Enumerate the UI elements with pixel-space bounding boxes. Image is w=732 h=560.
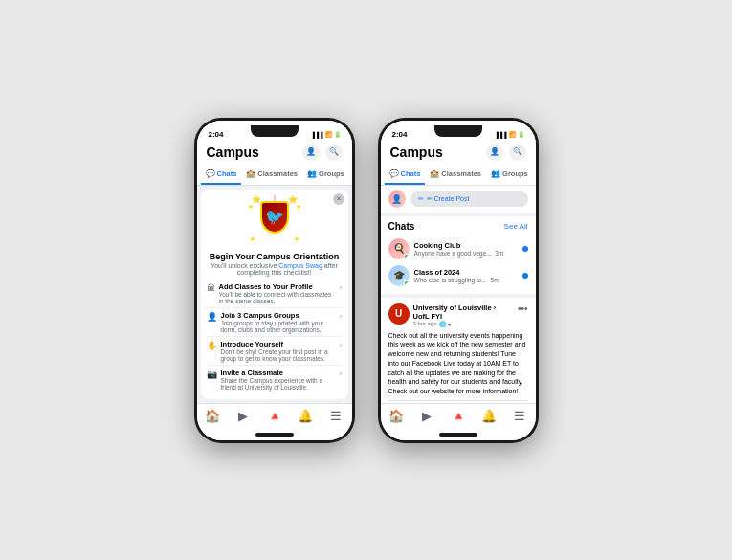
user-avatar: 👤 bbox=[388, 190, 406, 208]
post-header: U University of Louisville › UofL FYI 3 … bbox=[388, 303, 528, 327]
checklist-desc-2: Join groups to stay updated with your do… bbox=[221, 320, 336, 333]
chat-item-2[interactable]: 🎓 Class of 2024 Who else is struggling t… bbox=[388, 262, 528, 289]
star-icon: ★ bbox=[248, 203, 254, 211]
arrow-icon-2: › bbox=[340, 312, 343, 321]
arrow-icon-1: › bbox=[340, 283, 343, 292]
profile-icon[interactable]: 👤 bbox=[302, 144, 320, 161]
checklist-text-3: Introduce Yourself Don't be shy! Create … bbox=[221, 340, 336, 362]
campus-swag-link[interactable]: Campus Swag bbox=[278, 262, 322, 269]
checklist-text-4: Invite a Classmate Share the Campus expe… bbox=[221, 369, 336, 391]
introduce-icon: ✋ bbox=[207, 341, 217, 350]
nav-menu-1[interactable]: ☰ bbox=[321, 409, 351, 423]
post-author-avatar: U bbox=[388, 303, 410, 325]
subtitle-pre: You'll unlock exclusive bbox=[211, 262, 278, 269]
online-indicator-2 bbox=[404, 280, 410, 286]
page-title-1: Campus bbox=[207, 145, 259, 160]
arrow-icon-3: › bbox=[340, 341, 343, 349]
home-indicator-wrap-2 bbox=[381, 431, 536, 440]
nav-video-1[interactable]: ▶ bbox=[228, 409, 258, 423]
search-icon[interactable]: 🔍 bbox=[325, 144, 343, 161]
search-icon-2[interactable]: 🔍 bbox=[509, 144, 526, 161]
phone-2: 2:04 ▐▐▐ 📶 🔋 Campus 👤 🔍 💬 Chats 🏫 C bbox=[378, 118, 539, 443]
groups-tab-icon: 👥 bbox=[307, 169, 317, 178]
tab-classmates-1[interactable]: 🏫 Classmates bbox=[241, 165, 302, 185]
checklist-title-2: Join 3 Campus Groups bbox=[221, 311, 336, 320]
status-icons-1: ▐▐▐ 📶 🔋 bbox=[311, 131, 341, 138]
unread-badge-2 bbox=[522, 273, 528, 279]
orientation-subtitle: You'll unlock exclusive Campus Swag afte… bbox=[207, 262, 343, 276]
nav-campus-1[interactable]: 🔺 bbox=[258, 409, 289, 423]
nav-campus-2[interactable]: 🔺 bbox=[442, 409, 473, 423]
classes-icon: 🏛 bbox=[207, 283, 215, 293]
classmates-tab-icon-2: 🏫 bbox=[430, 169, 439, 178]
chat-tab-icon-2: 💬 bbox=[389, 169, 399, 178]
nav-notif-1[interactable]: 🔔 bbox=[290, 409, 321, 423]
chat-avatar-2: 🎓 bbox=[388, 265, 410, 286]
create-post-icon: ✏ bbox=[418, 195, 424, 203]
tab-groups-label-1: Groups bbox=[319, 169, 344, 178]
wifi-icon-2: 📶 bbox=[509, 131, 516, 138]
unread-badge-1 bbox=[522, 246, 528, 252]
nav-home-1[interactable]: 🏠 bbox=[197, 409, 228, 423]
create-post-bar: 👤 ✏ ✏ Create Post bbox=[381, 186, 536, 213]
phone-notch-1 bbox=[251, 125, 299, 137]
nav-video-2[interactable]: ▶ bbox=[411, 409, 442, 423]
profile-icon-2[interactable]: 👤 bbox=[486, 144, 503, 161]
content-1: ✕ ⭐ ⭐ ★ ★ ★ ★ 🐦 bbox=[197, 186, 352, 403]
nav-notif-2[interactable]: 🔔 bbox=[474, 409, 504, 423]
checklist-item-4[interactable]: 📷 Invite a Classmate Share the Campus ex… bbox=[207, 366, 343, 393]
checklist-title-4: Invite a Classmate bbox=[221, 369, 336, 377]
tab-chats-1[interactable]: 💬 Chats bbox=[201, 165, 242, 185]
signal-icon: ▐▐▐ bbox=[311, 132, 323, 138]
phone-notch-2 bbox=[434, 125, 482, 137]
dropdown-icon: ▾ bbox=[448, 321, 451, 327]
chat-name-1: Cooking Club bbox=[414, 241, 518, 250]
checklist-desc-3: Don't be shy! Create your first post in … bbox=[221, 348, 336, 362]
tab-groups-2[interactable]: 👥 Groups bbox=[486, 165, 533, 185]
classmates-tab-icon: 🏫 bbox=[246, 169, 255, 178]
invite-icon: 📷 bbox=[207, 370, 217, 379]
create-post-button[interactable]: ✏ ✏ Create Post bbox=[410, 191, 528, 207]
star-icon: ★ bbox=[296, 203, 301, 211]
checklist-item-2[interactable]: 👤 Join 3 Campus Groups Join groups to st… bbox=[207, 308, 343, 337]
tab-classmates-label-2: Classmates bbox=[441, 169, 481, 178]
chats-title: Chats bbox=[388, 221, 415, 232]
header-1: Campus 👤 🔍 bbox=[197, 142, 352, 165]
groups-icon: 👤 bbox=[207, 312, 217, 322]
mascot-area: ⭐ ⭐ ★ ★ ★ ★ 🐦 bbox=[207, 195, 343, 248]
post-card: U University of Louisville › UofL FYI 3 … bbox=[381, 298, 536, 403]
chat-info-2: Class of 2024 Who else is struggling to.… bbox=[414, 268, 518, 283]
signal-icon-2: ▐▐▐ bbox=[495, 132, 507, 138]
close-button[interactable]: ✕ bbox=[333, 193, 344, 205]
orientation-title: Begin Your Campus Orientation bbox=[207, 252, 343, 261]
chat-avatar-1: 🍳 bbox=[388, 238, 410, 259]
tabs-1: 💬 Chats 🏫 Classmates 👥 Groups bbox=[197, 165, 352, 186]
home-indicator-2 bbox=[439, 433, 477, 437]
page-title-2: Campus bbox=[390, 145, 443, 160]
chat-msg-1: Anyone have a good vege... 3m bbox=[414, 250, 518, 257]
content-2: 👤 ✏ ✏ Create Post Chats See All 🍳 bbox=[381, 186, 536, 403]
chats-header: Chats See All bbox=[388, 221, 528, 232]
tabs-2: 💬 Chats 🏫 Classmates 👥 Groups bbox=[381, 165, 536, 186]
arrow-icon-4: › bbox=[340, 370, 343, 378]
checklist-text-2: Join 3 Campus Groups Join groups to stay… bbox=[221, 311, 336, 333]
tab-classmates-2[interactable]: 🏫 Classmates bbox=[425, 165, 486, 185]
header-2: Campus 👤 🔍 bbox=[381, 142, 536, 165]
post-time: 3 hrs ago 🌐 ▾ bbox=[413, 321, 514, 327]
checklist-item-1[interactable]: 🏛 Add Classes to Your Profile You'll be … bbox=[207, 280, 343, 308]
see-all-button[interactable]: See All bbox=[504, 222, 528, 231]
post-options-button[interactable]: ••• bbox=[518, 303, 528, 314]
header-icons-2: 👤 🔍 bbox=[486, 144, 526, 161]
create-post-label: ✏ Create Post bbox=[427, 195, 470, 203]
nav-home-2[interactable]: 🏠 bbox=[381, 409, 411, 423]
checklist-title-3: Introduce Yourself bbox=[221, 340, 336, 348]
ray bbox=[274, 195, 275, 201]
nav-menu-2[interactable]: ☰ bbox=[504, 409, 535, 423]
wifi-icon: 📶 bbox=[325, 131, 332, 138]
tab-groups-1[interactable]: 👥 Groups bbox=[302, 165, 349, 185]
checklist-item-3[interactable]: ✋ Introduce Yourself Don't be shy! Creat… bbox=[207, 337, 343, 366]
chat-item-1[interactable]: 🍳 Cooking Club Anyone have a good vege..… bbox=[388, 235, 528, 262]
tab-chats-label-2: Chats bbox=[401, 169, 421, 178]
tab-chats-2[interactable]: 💬 Chats bbox=[385, 165, 426, 185]
star-icon: ★ bbox=[294, 235, 299, 243]
